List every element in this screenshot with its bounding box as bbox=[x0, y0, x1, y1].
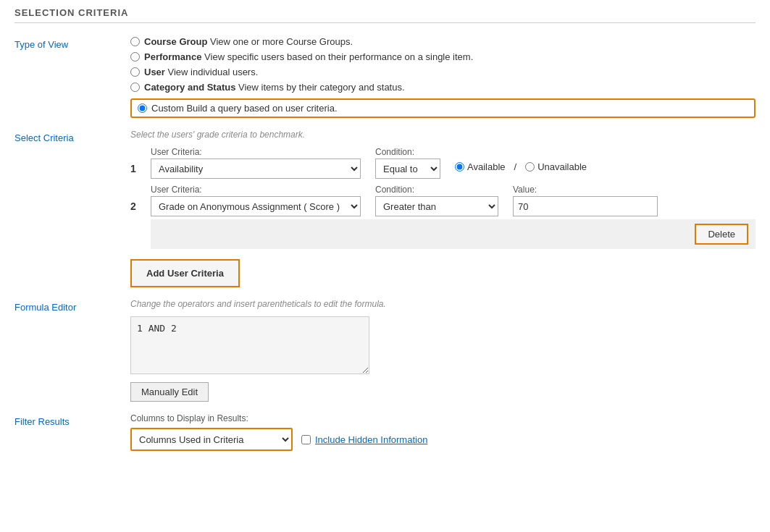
radio-label-user[interactable]: User View individual users. bbox=[144, 67, 258, 77]
radio-bold-course-group: Course Group bbox=[144, 36, 207, 47]
criteria-2-number: 2 bbox=[130, 185, 143, 212]
criteria-1-unavailable-radio-item: Unavailable bbox=[525, 161, 587, 172]
criteria-2-condition-select[interactable]: Equal to Not equal to Greater than Less … bbox=[375, 196, 498, 216]
criteria-1-number: 1 bbox=[130, 147, 143, 174]
include-hidden-label[interactable]: Include Hidden Information bbox=[315, 434, 427, 445]
include-hidden-checkbox[interactable] bbox=[301, 435, 311, 444]
criteria-2-condition-group: Condition: Equal to Not equal to Greater… bbox=[375, 185, 498, 216]
radio-course-group[interactable] bbox=[130, 37, 140, 46]
criteria-1-unavailable-label[interactable]: Unavailable bbox=[537, 161, 587, 172]
criteria-2-user-criteria-select[interactable]: Grade on Anonymous Assignment ( Score ) bbox=[151, 196, 361, 216]
criteria-2-delete-row: Delete bbox=[151, 219, 756, 249]
select-criteria-label: Select Criteria bbox=[14, 130, 130, 143]
radio-group: Course Group View one or more Course Gro… bbox=[130, 36, 756, 118]
radio-category-status[interactable] bbox=[130, 83, 140, 92]
criteria-1-unavailable-radio[interactable] bbox=[525, 162, 535, 172]
criteria-1-user-criteria-label: User Criteria: bbox=[151, 147, 361, 157]
formula-editor-label: Formula Editor bbox=[14, 299, 130, 313]
criteria-1-available-radio-item: Available bbox=[455, 161, 506, 172]
include-hidden-checkbox-row: Include Hidden Information bbox=[301, 434, 427, 445]
formula-editor-hint: Change the operators and insert parenthe… bbox=[130, 299, 756, 309]
criteria-1-available-radio[interactable] bbox=[455, 162, 464, 172]
select-criteria-content: Select the users' grade criteria to benc… bbox=[130, 130, 756, 287]
radio-desc-performance: View specific users based on their perfo… bbox=[201, 51, 473, 62]
criteria-2-block: 2 User Criteria: Grade on Anonymous Assi… bbox=[130, 185, 756, 249]
radio-bold-category-status: Category and Status bbox=[144, 82, 235, 93]
select-criteria-hint: Select the users' grade criteria to benc… bbox=[130, 130, 756, 140]
columns-display-select[interactable]: Columns Used in Criteria All Columns bbox=[132, 429, 291, 449]
radio-desc-custom: Build a query based on user criteria. bbox=[184, 103, 338, 114]
radio-bold-user: User bbox=[144, 67, 165, 77]
criteria-2-value-input[interactable] bbox=[513, 196, 658, 216]
radio-label-category-status[interactable]: Category and Status View items by their … bbox=[144, 82, 405, 93]
filter-row: Columns Used in Criteria All Columns Inc… bbox=[130, 428, 756, 451]
radio-bold-custom: Custom bbox=[151, 103, 184, 114]
radio-item-custom-wrapper: Custom Build a query based on user crite… bbox=[130, 98, 756, 118]
criteria-1-available-label[interactable]: Available bbox=[467, 161, 506, 172]
criteria-1-condition-group: Condition: Equal to Not equal to Greater… bbox=[375, 147, 440, 179]
radio-label-course-group[interactable]: Course Group View one or more Course Gro… bbox=[144, 36, 353, 47]
columns-select-wrapper: Columns Used in Criteria All Columns bbox=[130, 428, 293, 451]
criteria-2-row: 2 User Criteria: Grade on Anonymous Assi… bbox=[130, 185, 756, 216]
type-of-view-label: Type of View bbox=[14, 36, 130, 50]
criteria-2-user-criteria-label: User Criteria: bbox=[151, 185, 361, 195]
criteria-1-block: 1 User Criteria: Availability Condition: bbox=[130, 147, 756, 179]
radio-item-course-group: Course Group View one or more Course Gro… bbox=[130, 36, 756, 47]
radio-item-category-status: Category and Status View items by their … bbox=[130, 82, 756, 93]
criteria-1-slash: / bbox=[514, 161, 517, 172]
filter-results-row: Filter Results Columns to Display in Res… bbox=[14, 413, 756, 451]
criteria-1-user-criteria-select[interactable]: Availability bbox=[151, 159, 361, 179]
delete-criteria-2-button[interactable]: Delete bbox=[695, 224, 748, 245]
filter-results-content: Columns to Display in Results: Columns U… bbox=[130, 413, 756, 451]
radio-desc-user: View individual users. bbox=[165, 67, 258, 77]
formula-textarea[interactable]: 1 AND 2 bbox=[130, 316, 369, 374]
criteria-2-value-group: Value: bbox=[513, 185, 658, 216]
formula-editor-row: Formula Editor Change the operators and … bbox=[14, 299, 756, 402]
radio-label-custom[interactable]: Custom Build a query based on user crite… bbox=[151, 103, 338, 114]
select-criteria-row: Select Criteria Select the users' grade … bbox=[14, 130, 756, 287]
criteria-2-fields: User Criteria: Grade on Anonymous Assign… bbox=[151, 185, 658, 216]
radio-desc-category-status: View items by their category and status. bbox=[235, 82, 404, 93]
criteria-2-user-criteria-group: User Criteria: Grade on Anonymous Assign… bbox=[151, 185, 361, 216]
radio-bold-performance: Performance bbox=[144, 51, 201, 62]
radio-performance[interactable] bbox=[130, 52, 140, 62]
criteria-1-condition-label: Condition: bbox=[375, 147, 440, 157]
criteria-2-condition-label: Condition: bbox=[375, 185, 498, 195]
section-title: SELECTION CRITERIA bbox=[14, 7, 756, 23]
criteria-1-availability-radios: Available / Unavailable bbox=[455, 147, 587, 172]
manually-edit-button[interactable]: Manually Edit bbox=[130, 382, 209, 402]
filter-results-label: Filter Results bbox=[14, 413, 130, 427]
criteria-1-row: 1 User Criteria: Availability Condition: bbox=[130, 147, 756, 179]
radio-custom[interactable] bbox=[138, 104, 147, 113]
formula-editor-content: Change the operators and insert parenthe… bbox=[130, 299, 756, 402]
type-of-view-row: Type of View Course Group View one or mo… bbox=[14, 36, 756, 118]
radio-user[interactable] bbox=[130, 67, 140, 77]
criteria-1-fields: User Criteria: Availability Condition: E… bbox=[151, 147, 587, 179]
radio-item-user: User View individual users. bbox=[130, 67, 756, 77]
add-user-criteria-button[interactable]: Add User Criteria bbox=[130, 259, 240, 287]
criteria-2-value-label: Value: bbox=[513, 185, 658, 195]
columns-to-display-label: Columns to Display in Results: bbox=[130, 413, 756, 423]
criteria-1-user-criteria-group: User Criteria: Availability bbox=[151, 147, 361, 179]
radio-label-performance[interactable]: Performance View specific users based on… bbox=[144, 51, 473, 62]
criteria-1-condition-select[interactable]: Equal to Not equal to Greater than Less … bbox=[375, 159, 440, 179]
type-of-view-content: Course Group View one or more Course Gro… bbox=[130, 36, 756, 118]
radio-item-performance: Performance View specific users based on… bbox=[130, 51, 756, 62]
radio-desc-course-group: View one or more Course Groups. bbox=[207, 36, 353, 47]
